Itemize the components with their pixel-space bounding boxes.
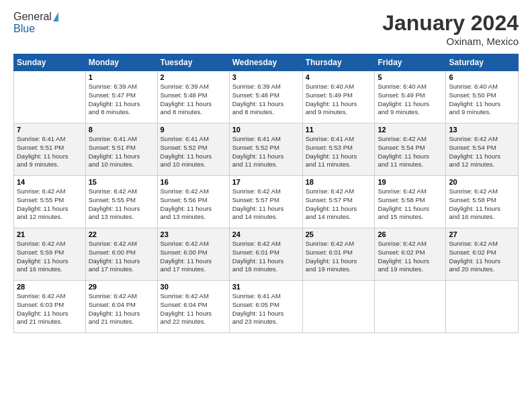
calendar-cell: 20Sunrise: 6:42 AM Sunset: 5:58 PM Dayli… [446, 176, 519, 228]
calendar-cell: 23Sunrise: 6:42 AM Sunset: 6:00 PM Dayli… [157, 228, 229, 281]
calendar-cell [302, 281, 375, 333]
header-row: SundayMondayTuesdayWednesdayThursdayFrid… [14, 54, 519, 71]
calendar-cell: 8Sunrise: 6:41 AM Sunset: 5:51 PM Daylig… [85, 124, 157, 176]
calendar-cell: 30Sunrise: 6:42 AM Sunset: 6:04 PM Dayli… [157, 281, 229, 333]
day-number: 25 [306, 230, 372, 238]
day-info: Sunrise: 6:42 AM Sunset: 5:57 PM Dayligh… [306, 187, 372, 222]
day-info: Sunrise: 6:42 AM Sunset: 6:00 PM Dayligh… [89, 240, 154, 274]
calendar-cell: 9Sunrise: 6:41 AM Sunset: 5:52 PM Daylig… [157, 124, 229, 176]
header-sunday: Sunday [14, 54, 86, 71]
day-info: Sunrise: 6:42 AM Sunset: 5:58 PM Dayligh… [449, 187, 515, 222]
week-row-3: 21Sunrise: 6:42 AM Sunset: 5:59 PM Dayli… [14, 228, 519, 281]
day-info: Sunrise: 6:41 AM Sunset: 5:51 PM Dayligh… [17, 135, 83, 169]
day-number: 21 [17, 230, 83, 238]
calendar-cell: 1Sunrise: 6:39 AM Sunset: 5:47 PM Daylig… [85, 71, 157, 124]
day-number: 9 [161, 126, 226, 134]
day-number: 2 [161, 73, 226, 81]
day-info: Sunrise: 6:42 AM Sunset: 6:03 PM Dayligh… [17, 292, 83, 326]
day-info: Sunrise: 6:42 AM Sunset: 6:01 PM Dayligh… [306, 240, 372, 274]
calendar-cell: 4Sunrise: 6:40 AM Sunset: 5:49 PM Daylig… [302, 71, 375, 124]
header-thursday: Thursday [302, 54, 375, 71]
day-info: Sunrise: 6:42 AM Sunset: 6:04 PM Dayligh… [89, 292, 154, 326]
day-number: 4 [306, 73, 372, 81]
day-number: 19 [378, 178, 443, 186]
calendar-cell: 25Sunrise: 6:42 AM Sunset: 6:01 PM Dayli… [302, 228, 375, 281]
calendar-cell: 10Sunrise: 6:41 AM Sunset: 5:52 PM Dayli… [229, 124, 302, 176]
day-number: 5 [378, 73, 443, 81]
week-row-4: 28Sunrise: 6:42 AM Sunset: 6:03 PM Dayli… [14, 281, 519, 333]
day-number: 26 [378, 230, 443, 238]
day-info: Sunrise: 6:42 AM Sunset: 5:58 PM Dayligh… [378, 187, 443, 222]
day-number: 18 [306, 178, 372, 186]
day-info: Sunrise: 6:42 AM Sunset: 5:54 PM Dayligh… [449, 135, 515, 169]
header-wednesday: Wednesday [229, 54, 302, 71]
logo-blue-text: Blue [13, 23, 35, 35]
day-number: 31 [232, 283, 300, 291]
calendar-cell: 5Sunrise: 6:40 AM Sunset: 5:49 PM Daylig… [375, 71, 446, 124]
day-number: 1 [89, 73, 154, 81]
day-number: 17 [232, 178, 300, 186]
day-info: Sunrise: 6:42 AM Sunset: 5:56 PM Dayligh… [161, 187, 226, 222]
month-title: January 2024 [382, 11, 519, 36]
calendar-cell: 15Sunrise: 6:42 AM Sunset: 5:55 PM Dayli… [85, 176, 157, 228]
day-info: Sunrise: 6:40 AM Sunset: 5:49 PM Dayligh… [306, 83, 372, 117]
week-row-2: 14Sunrise: 6:42 AM Sunset: 5:55 PM Dayli… [14, 176, 519, 228]
calendar-cell [375, 281, 446, 333]
day-info: Sunrise: 6:40 AM Sunset: 5:50 PM Dayligh… [449, 83, 515, 117]
title-block: January 2024 Oxinam, Mexico [382, 11, 519, 47]
day-number: 22 [89, 230, 154, 238]
day-info: Sunrise: 6:42 AM Sunset: 5:59 PM Dayligh… [17, 240, 83, 274]
calendar-cell: 21Sunrise: 6:42 AM Sunset: 5:59 PM Dayli… [14, 228, 86, 281]
calendar-cell: 12Sunrise: 6:42 AM Sunset: 5:54 PM Dayli… [375, 124, 446, 176]
week-row-0: 1Sunrise: 6:39 AM Sunset: 5:47 PM Daylig… [14, 71, 519, 124]
calendar-cell [14, 71, 86, 124]
day-info: Sunrise: 6:39 AM Sunset: 5:47 PM Dayligh… [89, 83, 154, 117]
day-number: 3 [232, 73, 300, 81]
calendar-cell: 3Sunrise: 6:39 AM Sunset: 5:48 PM Daylig… [229, 71, 302, 124]
day-number: 6 [449, 73, 515, 81]
day-number: 7 [17, 126, 83, 134]
day-number: 27 [449, 230, 515, 238]
day-number: 13 [449, 126, 515, 134]
day-number: 23 [161, 230, 226, 238]
day-info: Sunrise: 6:41 AM Sunset: 5:51 PM Dayligh… [89, 135, 154, 169]
day-info: Sunrise: 6:41 AM Sunset: 5:52 PM Dayligh… [232, 135, 300, 169]
calendar-cell: 24Sunrise: 6:42 AM Sunset: 6:01 PM Dayli… [229, 228, 302, 281]
day-info: Sunrise: 6:42 AM Sunset: 5:55 PM Dayligh… [17, 187, 83, 222]
logo-triangle-icon [53, 12, 58, 21]
calendar-cell: 7Sunrise: 6:41 AM Sunset: 5:51 PM Daylig… [14, 124, 86, 176]
day-number: 11 [306, 126, 372, 134]
calendar-cell: 22Sunrise: 6:42 AM Sunset: 6:00 PM Dayli… [85, 228, 157, 281]
day-info: Sunrise: 6:42 AM Sunset: 6:00 PM Dayligh… [161, 240, 226, 274]
header-saturday: Saturday [446, 54, 519, 71]
day-info: Sunrise: 6:42 AM Sunset: 5:54 PM Dayligh… [378, 135, 443, 169]
day-info: Sunrise: 6:40 AM Sunset: 5:49 PM Dayligh… [378, 83, 443, 117]
logo-general-text: General [13, 11, 52, 23]
calendar-cell: 14Sunrise: 6:42 AM Sunset: 5:55 PM Dayli… [14, 176, 86, 228]
day-number: 12 [378, 126, 443, 134]
day-info: Sunrise: 6:42 AM Sunset: 5:57 PM Dayligh… [232, 187, 300, 222]
day-info: Sunrise: 6:41 AM Sunset: 5:53 PM Dayligh… [306, 135, 372, 169]
day-number: 8 [89, 126, 154, 134]
day-info: Sunrise: 6:39 AM Sunset: 5:48 PM Dayligh… [161, 83, 226, 117]
day-info: Sunrise: 6:42 AM Sunset: 5:55 PM Dayligh… [89, 187, 154, 222]
day-number: 10 [232, 126, 300, 134]
calendar-cell: 13Sunrise: 6:42 AM Sunset: 5:54 PM Dayli… [446, 124, 519, 176]
day-info: Sunrise: 6:42 AM Sunset: 6:01 PM Dayligh… [232, 240, 300, 274]
calendar-cell [446, 281, 519, 333]
day-number: 28 [17, 283, 83, 291]
calendar-table: SundayMondayTuesdayWednesdayThursdayFrid… [13, 54, 519, 333]
calendar-cell: 18Sunrise: 6:42 AM Sunset: 5:57 PM Dayli… [302, 176, 375, 228]
day-info: Sunrise: 6:41 AM Sunset: 5:52 PM Dayligh… [161, 135, 226, 169]
logo: General Blue [13, 11, 58, 35]
calendar-cell: 31Sunrise: 6:41 AM Sunset: 6:05 PM Dayli… [229, 281, 302, 333]
day-number: 30 [161, 283, 226, 291]
header-tuesday: Tuesday [157, 54, 229, 71]
header-monday: Monday [85, 54, 157, 71]
calendar-cell: 11Sunrise: 6:41 AM Sunset: 5:53 PM Dayli… [302, 124, 375, 176]
calendar-cell: 28Sunrise: 6:42 AM Sunset: 6:03 PM Dayli… [14, 281, 86, 333]
day-info: Sunrise: 6:42 AM Sunset: 6:04 PM Dayligh… [161, 292, 226, 326]
day-number: 29 [89, 283, 154, 291]
day-info: Sunrise: 6:42 AM Sunset: 6:02 PM Dayligh… [378, 240, 443, 274]
calendar-cell: 19Sunrise: 6:42 AM Sunset: 5:58 PM Dayli… [375, 176, 446, 228]
